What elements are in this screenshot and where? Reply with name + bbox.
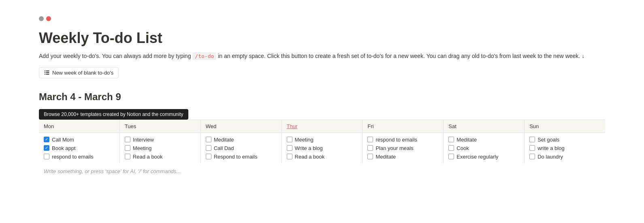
tooltip-text: Browse 20,000+ templates created by Noti… [44,112,183,117]
write-placeholder[interactable]: Write something, or press 'space' for AI… [39,165,605,178]
task-label: Plan your meals [375,145,413,151]
new-week-button-label: New week of blank to-do's [52,70,113,76]
task-checkbox[interactable] [206,137,211,142]
task-checkbox[interactable] [287,154,292,159]
day-header-sun: Sun [525,120,605,133]
task-label: Meditate [214,137,234,143]
task-checkbox[interactable] [287,137,292,142]
task-checkbox[interactable] [44,137,49,142]
task-item[interactable]: Plan your meals [364,144,441,152]
task-label: Cook [456,145,469,151]
new-week-button[interactable]: New week of blank to-do's [39,67,119,78]
task-item[interactable]: Meeting [284,135,361,144]
day-column-fri: Frirespond to emailsPlan your mealsMedit… [363,120,444,163]
task-checkbox[interactable] [448,154,454,159]
task-label: write a blog [537,145,564,151]
task-item[interactable]: Do laundry [526,152,603,161]
task-checkbox[interactable] [125,145,130,151]
task-item[interactable]: Call Mom [41,135,118,144]
day-column-sat: SatMeditateCookExercise regularly [444,120,525,163]
task-list-sun: Set goalswrite a blogDo laundry [525,133,605,163]
task-item[interactable]: Meditate [445,135,522,144]
task-list-mon: Call MomBook apptrespond to emails [39,133,119,163]
day-header-fri: Fri [363,120,443,133]
svg-rect-4 [45,74,45,75]
task-checkbox[interactable] [529,137,535,142]
day-header-tues: Tues [120,120,200,133]
weekly-columns: MonCall MomBook apptrespond to emailsTue… [39,120,605,163]
task-checkbox[interactable] [44,154,49,159]
task-checkbox[interactable] [44,145,49,151]
task-list-sat: MeditateCookExercise regularly [444,133,524,163]
task-checkbox[interactable] [367,137,373,142]
page-description: Add your weekly to-do's. You can always … [39,51,605,61]
task-list-tues: InterviewMeetingRead a book [120,133,200,163]
code-snippet: /to-do [192,52,216,60]
day-column-sun: SunSet goalswrite a blogDo laundry [525,120,605,163]
day-column-thur: ThurMeetingWrite a blogRead a book [282,120,363,163]
task-label: Write a blog [295,145,323,151]
task-label: Call Dad [214,145,234,151]
svg-rect-0 [45,71,45,71]
description-text-2: in an empty space. Click this button to … [218,53,584,59]
day-header-sat: Sat [444,120,524,133]
task-label: respond to emails [375,137,417,143]
task-label: Read a book [295,154,325,160]
task-item[interactable]: Cook [445,144,522,152]
task-checkbox[interactable] [367,145,373,151]
task-item[interactable]: Meeting [122,144,199,152]
day-column-tues: TuesInterviewMeetingRead a book [120,120,201,163]
day-column-mon: MonCall MomBook apptrespond to emails [39,120,120,163]
task-label: respond to emails [52,154,94,160]
task-item[interactable]: Exercise regularly [445,152,522,161]
task-label: Respond to emails [214,154,258,160]
task-label: Meditate [456,137,477,143]
task-checkbox[interactable] [529,145,535,151]
task-label: Exercise regularly [456,154,498,160]
task-label: Interview [133,137,154,143]
svg-rect-2 [45,72,45,73]
task-label: Read a book [133,154,163,160]
list-icon [44,70,50,75]
tooltip-bar: Browse 20,000+ templates created by Noti… [39,109,188,120]
svg-rect-3 [46,72,49,73]
day-header-wed: Wed [201,120,281,133]
task-label: Meeting [295,137,313,143]
top-dot-row [39,16,605,21]
task-checkbox[interactable] [448,145,454,151]
task-label: Meeting [133,145,151,151]
task-item[interactable]: Respond to emails [203,152,280,161]
task-checkbox[interactable] [529,154,535,159]
task-item[interactable]: Read a book [284,152,361,161]
task-item[interactable]: Write a blog [284,144,361,152]
task-checkbox[interactable] [125,137,130,142]
task-list-fri: respond to emailsPlan your mealsMeditate [363,133,443,163]
task-item[interactable]: respond to emails [364,135,441,144]
task-checkbox[interactable] [367,154,373,159]
day-header-thur: Thur [282,120,363,133]
task-item[interactable]: Meditate [364,152,441,161]
task-item[interactable]: Meditate [203,135,280,144]
week-range-title: March 4 - March 9 [39,91,605,103]
task-checkbox[interactable] [206,145,211,151]
svg-rect-5 [46,74,49,75]
task-list-wed: MeditateCall DadRespond to emails [201,133,281,163]
task-label: Meditate [375,154,396,160]
task-label: Set goals [537,137,559,143]
task-item[interactable]: Read a book [122,152,199,161]
page-container: Weekly To-do List Add your weekly to-do'… [0,0,644,194]
task-label: Do laundry [537,154,563,160]
day-column-wed: WedMeditateCall DadRespond to emails [201,120,282,163]
task-item[interactable]: Set goals [526,135,603,144]
task-checkbox[interactable] [448,137,454,142]
task-checkbox[interactable] [287,145,292,151]
task-checkbox[interactable] [125,154,130,159]
dot-red [46,16,51,21]
task-item[interactable]: write a blog [526,144,603,152]
task-item[interactable]: Book appt [41,144,118,152]
task-item[interactable]: respond to emails [41,152,118,161]
task-item[interactable]: Call Dad [203,144,280,152]
page-title: Weekly To-do List [39,29,605,47]
task-checkbox[interactable] [206,154,211,159]
task-item[interactable]: Interview [122,135,199,144]
